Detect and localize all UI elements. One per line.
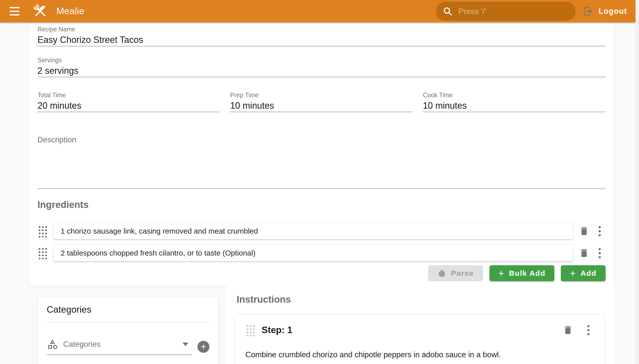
plus-icon: +	[201, 342, 206, 352]
kebab-icon	[587, 325, 590, 327]
drag-handle-icon[interactable]	[38, 225, 47, 237]
mealie-logo-icon	[31, 2, 49, 20]
add-label: Add	[581, 269, 596, 278]
add-button[interactable]: + Add	[561, 265, 605, 281]
parse-label: Parse	[451, 269, 474, 278]
total-time-label: Total Time	[38, 91, 220, 99]
categories-title: Categories	[47, 304, 209, 315]
drag-handle-icon[interactable]	[38, 247, 47, 259]
logout-icon	[583, 6, 593, 16]
step-card: Step: 1 Combine crumbled chorizo and chi…	[234, 314, 604, 364]
parse-button[interactable]: Parse	[428, 265, 483, 281]
servings-value[interactable]: 2 servings	[38, 66, 605, 76]
menu-icon[interactable]	[10, 7, 20, 16]
shapes-icon	[47, 338, 58, 350]
app-header: Mealie Press '/' Logout	[0, 0, 635, 22]
add-category-button[interactable]: +	[197, 341, 209, 353]
trash-icon	[579, 226, 589, 236]
delete-ingredient-button[interactable]	[578, 225, 590, 237]
categories-card: Categories Categories +	[38, 297, 219, 364]
total-time-field[interactable]: Total Time 20 minutes	[38, 91, 220, 112]
sidebar-column: Categories Categories +	[30, 286, 226, 364]
recipe-name-value[interactable]: Easy Chorizo Street Tacos	[38, 35, 605, 45]
servings-label: Servings	[38, 56, 605, 64]
ingredient-input[interactable]: 1 chorizo sausage link, casing removed a…	[54, 223, 573, 239]
kebab-icon	[598, 226, 601, 228]
ingredient-row: 2 tablespoons chopped fresh cilantro, or…	[38, 245, 605, 261]
plus-icon: +	[570, 268, 576, 278]
ingredient-input[interactable]: 2 tablespoons chopped fresh cilantro, or…	[54, 245, 573, 261]
cook-time-field[interactable]: Cook Time 10 minutes	[423, 91, 605, 112]
categories-select-label: Categories	[63, 340, 101, 349]
drag-handle-icon[interactable]	[245, 324, 255, 336]
search-placeholder: Press '/'	[458, 7, 486, 16]
step-text[interactable]: Combine crumbled chorizo and chipotle pe…	[245, 349, 594, 360]
delete-step-button[interactable]	[562, 324, 574, 336]
plus-icon: +	[499, 268, 504, 278]
times-row: Total Time 20 minutes Prep Time 10 minut…	[38, 91, 605, 112]
description-value[interactable]	[38, 144, 605, 188]
delete-ingredient-button[interactable]	[578, 247, 590, 259]
recipe-name-field[interactable]: Recipe Name Easy Chorizo Street Tacos	[38, 26, 605, 46]
app-title: Mealie	[56, 6, 84, 16]
prep-time-label: Prep Time	[230, 91, 413, 99]
ingredient-row: 1 chorizo sausage link, casing removed a…	[38, 223, 605, 239]
apple-icon	[437, 268, 447, 278]
chevron-down-icon[interactable]	[182, 342, 188, 346]
description-label: Description	[38, 136, 605, 144]
ingredients-heading: Ingredients	[38, 199, 605, 210]
prep-time-field[interactable]: Prep Time 10 minutes	[230, 91, 413, 112]
logout-button[interactable]: Logout	[583, 6, 627, 16]
trash-icon	[579, 248, 589, 258]
bulk-add-button[interactable]: + Bulk Add	[490, 265, 555, 281]
trash-icon	[563, 325, 573, 335]
instructions-panel: Instructions Step: 1 Combine crumbled ch…	[226, 286, 613, 364]
ingredient-menu-button[interactable]	[593, 247, 605, 259]
servings-field[interactable]: Servings 2 servings	[38, 56, 605, 77]
recipe-editor-card: Recipe Name Easy Chorizo Street Tacos Se…	[30, 22, 613, 286]
bulk-add-label: Bulk Add	[509, 269, 546, 278]
kebab-icon	[598, 248, 601, 250]
search-input[interactable]: Press '/'	[436, 2, 576, 21]
instructions-heading: Instructions	[237, 294, 604, 305]
cook-time-value[interactable]: 10 minutes	[423, 101, 605, 111]
prep-time-value[interactable]: 10 minutes	[230, 101, 413, 111]
step-title: Step: 1	[262, 325, 292, 335]
divider	[47, 322, 209, 322]
cook-time-label: Cook Time	[423, 91, 605, 99]
logout-label: Logout	[598, 7, 627, 16]
description-field[interactable]: Description	[38, 136, 605, 189]
recipe-name-label: Recipe Name	[38, 26, 605, 33]
categories-select[interactable]: Categories	[47, 338, 192, 355]
total-time-value[interactable]: 20 minutes	[38, 101, 220, 111]
search-icon	[442, 6, 453, 16]
ingredient-menu-button[interactable]	[593, 225, 605, 237]
step-menu-button[interactable]	[582, 324, 594, 336]
scrollbar[interactable]	[635, 0, 639, 364]
